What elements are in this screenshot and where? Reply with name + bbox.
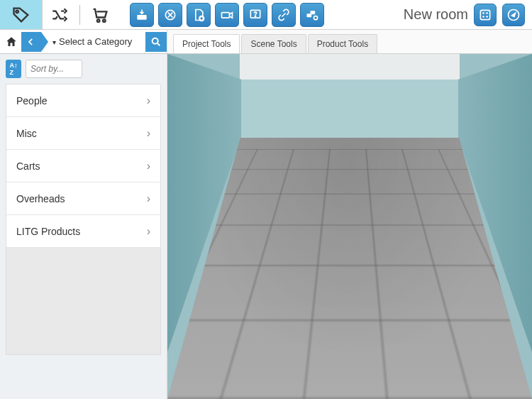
svg-point-0: [16, 10, 18, 12]
sort-az-button[interactable]: A↕Z: [6, 60, 21, 78]
cart-icon[interactable]: [83, 0, 117, 29]
svg-point-1: [97, 19, 100, 22]
shuffle-icon[interactable]: [43, 0, 77, 29]
svg-rect-3: [137, 15, 146, 20]
tab-project-tools[interactable]: Project Tools: [173, 34, 240, 53]
undo-icon[interactable]: [158, 3, 182, 27]
category-list: People› Misc› Carts› Overheads› LITG Pro…: [6, 84, 161, 355]
svg-point-13: [482, 12, 484, 14]
separator: [79, 5, 80, 25]
top-toolbar: New room: [0, 0, 532, 30]
room-ceiling: [240, 54, 460, 80]
select-category-dropdown[interactable]: Select a Category: [41, 36, 145, 47]
svg-point-16: [486, 16, 488, 18]
category-label: Overheads: [16, 193, 65, 204]
svg-point-2: [103, 19, 106, 22]
chevron-right-icon: ›: [147, 127, 150, 140]
chevron-right-icon: ›: [147, 225, 150, 238]
category-item-overheads[interactable]: Overheads›: [6, 182, 160, 215]
svg-point-14: [486, 12, 488, 14]
dice-icon[interactable]: [474, 4, 497, 26]
save-icon[interactable]: [130, 3, 154, 27]
tool-tabs: Project Tools Scene Tools Product Tools: [167, 30, 377, 53]
chevron-right-icon: ›: [147, 94, 150, 107]
room-title: New room: [404, 6, 468, 23]
chevron-right-icon: ›: [147, 192, 150, 205]
tag-icon[interactable]: [0, 0, 43, 29]
category-label: LITG Products: [16, 226, 80, 237]
camera-icon[interactable]: [215, 3, 239, 27]
blocks-add-icon[interactable]: [300, 3, 324, 27]
svg-point-8: [255, 16, 255, 16]
category-item-people[interactable]: People›: [6, 84, 160, 117]
category-item-litg[interactable]: LITG Products›: [6, 215, 160, 248]
top-left-group: [0, 0, 117, 29]
category-label: Misc: [16, 128, 37, 139]
sort-input[interactable]: [26, 60, 82, 78]
tab-scene-tools[interactable]: Scene Tools: [241, 34, 306, 53]
main-tool-icons: [130, 3, 324, 27]
category-label: People: [16, 95, 48, 106]
top-right-group: New room: [404, 4, 532, 26]
svg-rect-12: [480, 10, 489, 19]
sort-row: A↕Z: [6, 60, 161, 78]
room-3d-canvas[interactable]: [167, 54, 532, 399]
svg-point-15: [482, 16, 484, 18]
secondary-bar: Select a Category Project Tools Scene To…: [0, 30, 532, 54]
home-icon[interactable]: [1, 32, 21, 52]
category-list-empty: [6, 248, 160, 354]
add-page-icon[interactable]: [187, 3, 211, 27]
sidebar: A↕Z People› Misc› Carts› Overheads› LITG…: [0, 54, 167, 399]
main-body: A↕Z People› Misc› Carts› Overheads› LITG…: [0, 54, 532, 399]
category-item-misc[interactable]: Misc›: [6, 117, 160, 150]
chevron-right-icon: ›: [147, 160, 150, 173]
svg-point-18: [153, 38, 158, 43]
back-arrow-button[interactable]: [21, 32, 41, 52]
compass-icon[interactable]: [502, 4, 525, 26]
svg-rect-6: [222, 12, 230, 18]
help-icon[interactable]: [243, 3, 267, 27]
category-item-carts[interactable]: Carts›: [6, 150, 160, 182]
category-label: Carts: [16, 160, 40, 172]
svg-rect-10: [311, 11, 316, 14]
link-icon[interactable]: [272, 3, 296, 27]
breadcrumb-strip: Select a Category: [0, 30, 167, 53]
room-back-wall: [240, 80, 460, 138]
tab-product-tools[interactable]: Product Tools: [308, 34, 378, 53]
search-icon[interactable]: [145, 32, 167, 52]
